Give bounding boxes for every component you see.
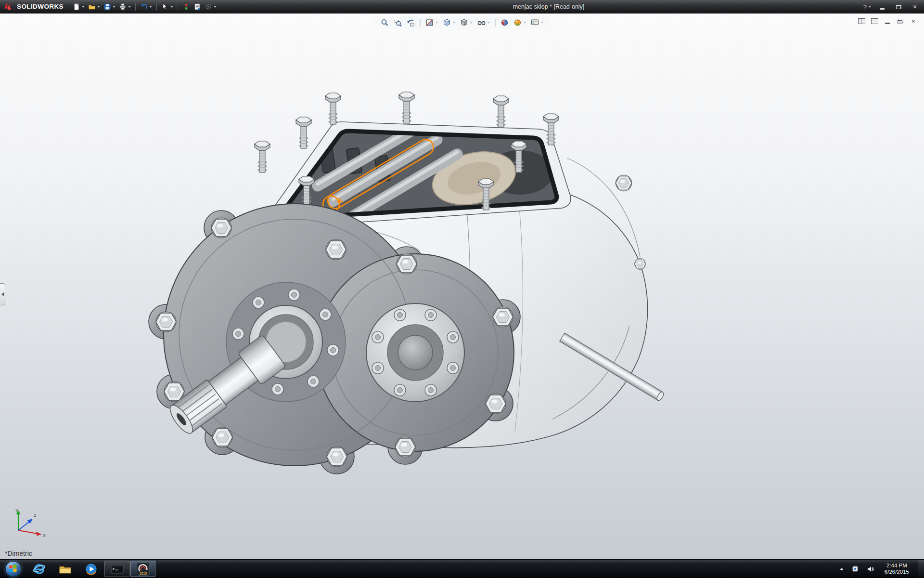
- hide-show-items-icon[interactable]: [476, 18, 491, 27]
- system-tray: 2:44 PM 6/26/2015: [838, 560, 924, 578]
- side-cover[interactable]: [366, 303, 464, 402]
- restore-button[interactable]: [893, 2, 904, 11]
- open-icon[interactable]: [87, 1, 102, 12]
- close-doc-button[interactable]: ×: [910, 17, 917, 24]
- triad-y-label: Y: [15, 508, 18, 513]
- graphics-area[interactable]: × Y X Z *Dimetric: [0, 13, 924, 559]
- taskbar-item-solidworks-2015[interactable]: 2015: [130, 561, 155, 577]
- show-hidden-icons-button[interactable]: [838, 566, 846, 572]
- taskbar-item-internet-explorer[interactable]: [26, 561, 51, 577]
- rebuild-icon[interactable]: [181, 1, 192, 12]
- clock-date: 6/26/2015: [885, 569, 909, 575]
- brand-name: SOLIDWORKS: [17, 3, 64, 10]
- taskbar-item-command-prompt[interactable]: [104, 561, 129, 577]
- start-button[interactable]: [0, 560, 26, 578]
- document-title: menjac sklop * [Read-only]: [513, 3, 585, 10]
- feature-manager-collapsed-tab[interactable]: [0, 283, 5, 305]
- file-properties-icon[interactable]: [192, 1, 203, 12]
- edit-appearance-icon[interactable]: [500, 18, 510, 27]
- minimize-button[interactable]: [877, 2, 887, 11]
- volume-icon[interactable]: [865, 564, 876, 575]
- titlebar: SOLIDWORKS: [0, 0, 924, 13]
- solidworks-logo-icon: [4, 2, 14, 11]
- select-cursor-icon[interactable]: [160, 1, 175, 12]
- titlebar-toolbar: [71, 1, 218, 12]
- heads-up-view-toolbar: [374, 16, 551, 29]
- windows-orb-icon: [5, 561, 21, 577]
- internet-explorer-icon: [33, 563, 46, 576]
- tray-app-icon[interactable]: [850, 564, 860, 574]
- print-icon[interactable]: [117, 1, 132, 12]
- options-icon[interactable]: [203, 1, 218, 12]
- zoom-to-area-icon[interactable]: [393, 18, 403, 27]
- view-orientation-label: *Dimetric: [5, 550, 32, 557]
- view-settings-icon[interactable]: [530, 18, 545, 27]
- restore-doc-button[interactable]: [897, 17, 904, 24]
- taskbar: 2015 2:44 PM 6/26/2015: [0, 559, 924, 578]
- gearbox-3d-model[interactable]: [0, 13, 924, 559]
- folder-icon: [59, 563, 72, 576]
- window-new-icon[interactable]: [871, 17, 878, 24]
- triad-x-label: X: [43, 533, 46, 538]
- close-button[interactable]: ×: [910, 2, 920, 11]
- save-icon[interactable]: [102, 1, 117, 12]
- dome-bolt[interactable]: [616, 175, 632, 191]
- new-document-icon[interactable]: [71, 1, 86, 12]
- undo-icon[interactable]: [139, 1, 154, 12]
- dome-bolt-small[interactable]: [634, 258, 645, 269]
- document-window-controls: ×: [858, 17, 917, 24]
- previous-view-icon[interactable]: [406, 18, 416, 27]
- window-controls: ? ×: [863, 0, 920, 13]
- zoom-to-fit-icon[interactable]: [380, 18, 390, 27]
- help-button[interactable]: ?: [863, 3, 871, 11]
- solidworks-application-window: SOLIDWORKS: [0, 0, 924, 578]
- view-orientation-icon[interactable]: [442, 18, 457, 27]
- solidworks-menu-button[interactable]: SOLIDWORKS: [0, 0, 71, 13]
- command-prompt-icon: [111, 563, 124, 576]
- apply-scene-icon[interactable]: [513, 18, 527, 27]
- minimize-doc-button[interactable]: [884, 17, 891, 24]
- clock-time: 2:44 PM: [885, 563, 909, 569]
- solidworks-version-badge: 2015: [139, 571, 146, 575]
- media-player-icon: [85, 563, 98, 576]
- taskbar-item-windows-media-player[interactable]: [78, 561, 103, 577]
- reference-triad: Y X Z: [10, 507, 49, 539]
- taskbar-clock[interactable]: 2:44 PM 6/26/2015: [880, 563, 913, 575]
- taskbar-item-windows-explorer[interactable]: [52, 561, 77, 577]
- chevron-up-icon: [840, 568, 844, 570]
- solidworks-icon: 2015: [137, 563, 150, 576]
- window-split-icon[interactable]: [858, 17, 865, 24]
- chevron-left-icon: [1, 292, 4, 296]
- display-style-icon[interactable]: [459, 18, 474, 27]
- show-desktop-button[interactable]: [918, 560, 924, 578]
- section-view-icon[interactable]: [424, 18, 439, 27]
- triad-z-label: Z: [34, 513, 37, 518]
